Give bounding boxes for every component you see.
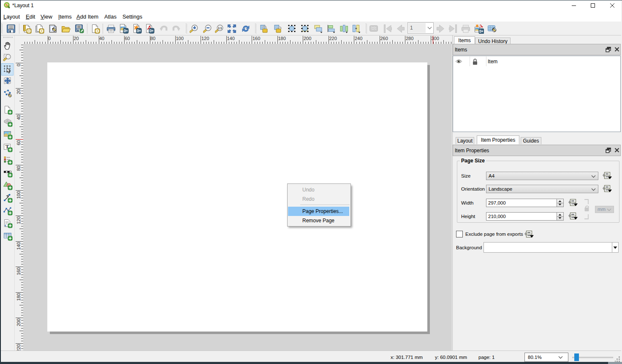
svg-text:1:1: 1:1	[218, 27, 222, 30]
